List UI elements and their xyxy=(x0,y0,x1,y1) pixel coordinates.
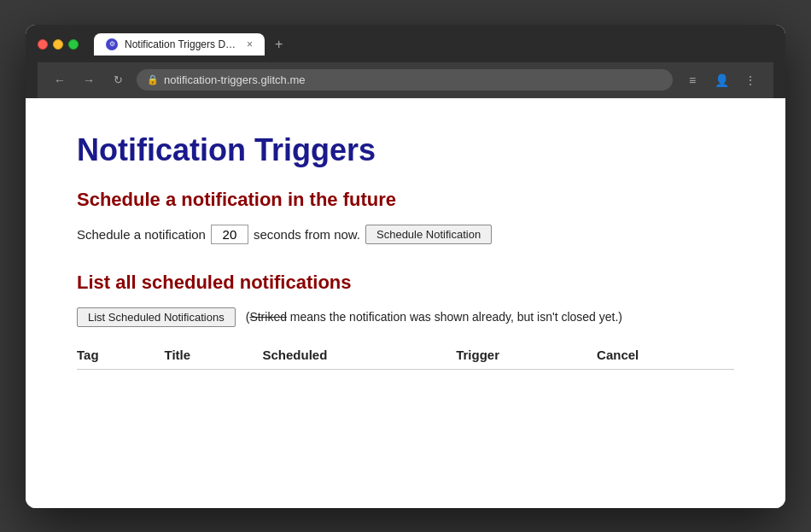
striked-note: (Striked means the notification was show… xyxy=(246,310,622,324)
col-cancel: Cancel xyxy=(597,341,734,370)
back-button[interactable]: ← xyxy=(50,70,70,91)
minimize-traffic-light[interactable] xyxy=(53,39,63,50)
striked-word: Striked xyxy=(249,310,287,324)
tab-title: Notification Triggers Demo xyxy=(125,38,240,50)
forward-button[interactable]: → xyxy=(79,70,99,91)
maximize-traffic-light[interactable] xyxy=(68,39,79,50)
schedule-label-before: Schedule a notification xyxy=(77,227,206,242)
address-bar: ← → ↻ 🔒 notification-triggers.glitch.me … xyxy=(38,62,773,98)
list-scheduled-notifications-button[interactable]: List Scheduled Notifications xyxy=(77,307,236,327)
schedule-row: Schedule a notification seconds from now… xyxy=(77,225,734,244)
reload-button[interactable]: ↻ xyxy=(108,70,128,91)
tab-close-button[interactable]: × xyxy=(247,39,253,50)
notifications-table: Tag Title Scheduled Trigger Cancel xyxy=(77,341,734,370)
table-header-row: Tag Title Scheduled Trigger Cancel xyxy=(77,341,734,370)
title-bar: ⚙ Notification Triggers Demo × + ← → ↻ 🔒… xyxy=(26,25,785,98)
seconds-input[interactable] xyxy=(211,225,248,244)
col-scheduled: Scheduled xyxy=(262,341,456,370)
page-content: Notification Triggers Schedule a notific… xyxy=(26,98,785,508)
col-trigger: Trigger xyxy=(456,341,597,370)
traffic-lights xyxy=(38,39,79,50)
reading-list-button[interactable]: ≡ xyxy=(681,69,703,91)
lock-icon: 🔒 xyxy=(147,74,159,85)
address-actions: ≡ 👤 ⋮ xyxy=(681,69,761,91)
active-tab[interactable]: ⚙ Notification Triggers Demo × xyxy=(94,33,265,56)
section2-heading: List all scheduled notifications xyxy=(77,272,734,294)
schedule-notification-button[interactable]: Schedule Notification xyxy=(365,225,492,244)
tab-favicon: ⚙ xyxy=(106,38,118,50)
close-traffic-light[interactable] xyxy=(38,39,48,50)
col-title: Title xyxy=(165,341,263,370)
new-tab-button[interactable]: + xyxy=(268,33,289,56)
url-bar[interactable]: 🔒 notification-triggers.glitch.me xyxy=(137,69,673,91)
browser-window: ⚙ Notification Triggers Demo × + ← → ↻ 🔒… xyxy=(26,25,785,508)
page-title: Notification Triggers xyxy=(77,132,734,168)
more-button[interactable]: ⋮ xyxy=(739,69,761,91)
url-text: notification-triggers.glitch.me xyxy=(164,73,305,86)
schedule-label-after: seconds from now. xyxy=(254,227,360,242)
section1-heading: Schedule a notification in the future xyxy=(77,189,734,211)
account-button[interactable]: 👤 xyxy=(710,69,732,91)
list-scheduled-row: List Scheduled Notifications (Striked me… xyxy=(77,307,734,327)
col-tag: Tag xyxy=(77,341,165,370)
tabs-row: ⚙ Notification Triggers Demo × + xyxy=(94,33,773,56)
